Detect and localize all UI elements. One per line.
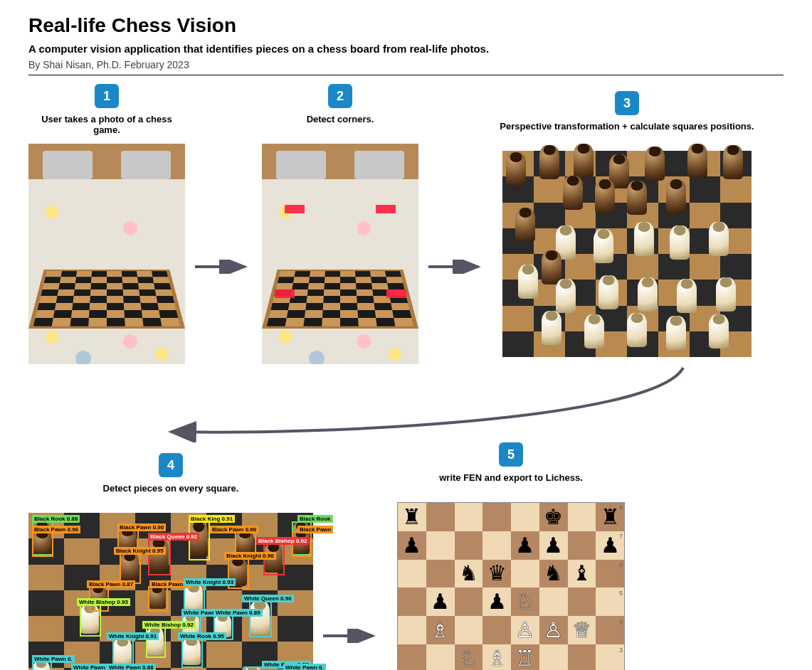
detection-label: Black Pawn 0.90 bbox=[117, 523, 166, 531]
detection-label: Black Pawn bbox=[297, 526, 333, 533]
step-2-caption: Detect corners. bbox=[307, 114, 374, 139]
chess-piece-bb: ♝ bbox=[568, 560, 596, 588]
page-subtitle: A computer vision application that ident… bbox=[28, 43, 784, 55]
step-3-caption: Perspective transformation + calculate s… bbox=[500, 121, 754, 147]
arrow-1-2 bbox=[195, 260, 252, 274]
rank-label: 7 bbox=[619, 533, 623, 540]
step-4-caption: Detect pieces on every square. bbox=[103, 483, 239, 509]
steps-row-1: 1 User takes a photo of a chess game. 2 … bbox=[28, 84, 784, 364]
detection-label: Black Queen 0.92 bbox=[148, 533, 199, 541]
detection-label: Black Rook bbox=[297, 515, 333, 523]
detection-label: Black Rook 0.88 bbox=[32, 515, 80, 523]
arrow-4-5 bbox=[323, 629, 380, 643]
arrow-3-4 bbox=[28, 364, 784, 442]
chess-piece-bn: ♞ bbox=[539, 560, 568, 588]
step-2-image bbox=[262, 144, 418, 364]
step-2-badge: 2 bbox=[328, 84, 352, 108]
detection-label: White Queen 0.96 bbox=[242, 595, 294, 602]
step-2: 2 Detect corners. bbox=[262, 84, 418, 364]
step-5-badge: 5 bbox=[499, 442, 523, 467]
rank-label: 8 bbox=[619, 504, 623, 511]
chess-piece-wp: ♙ bbox=[539, 616, 568, 644]
chess-piece-bp: ♟ bbox=[426, 587, 455, 616]
steps-row-2: 4 Detect pieces on every square. Black R… bbox=[28, 442, 784, 670]
detection-label: Black Pawn 0.90 bbox=[210, 526, 258, 533]
step-1-caption: User takes a photo of a chess game. bbox=[28, 114, 185, 139]
chess-piece-bp: ♟ bbox=[511, 531, 539, 560]
rank-label: 4 bbox=[619, 618, 623, 625]
step-3: 3 Perspective transformation + calculate… bbox=[495, 91, 759, 357]
detection-label: White Pawn 0. bbox=[32, 655, 75, 663]
detection-label: White Knight 0.91 bbox=[107, 632, 159, 640]
chess-piece-bp: ♟ bbox=[398, 531, 426, 560]
detection-label: White Pawn 0.89 bbox=[213, 609, 263, 617]
detection-label: White Bishop 0.92 bbox=[142, 621, 196, 629]
detection-label: Black Knight 0.95 bbox=[114, 547, 166, 555]
detection-label: Black Pawn 0.87 bbox=[87, 580, 135, 588]
step-3-badge: 3 bbox=[615, 91, 639, 115]
chess-piece-bq: ♛ bbox=[483, 560, 511, 588]
detection-label: White Rook 0.95 bbox=[178, 632, 226, 640]
detection-label: White Bishop 0.93 bbox=[77, 598, 130, 606]
chess-piece-br: ♜ bbox=[398, 503, 426, 531]
chess-piece-wr: ♖ bbox=[511, 644, 539, 670]
rank-label: 6 bbox=[619, 561, 623, 568]
detection-label: White Pawn 0.88 bbox=[107, 664, 156, 670]
detection-label: White Knight 0.93 bbox=[184, 578, 236, 586]
step-4-image: Black Rook 0.88Black Pawn 0.96Black Pawn… bbox=[28, 513, 313, 670]
step-4: 4 Detect pieces on every square. Black R… bbox=[28, 453, 313, 670]
step-3-image bbox=[502, 151, 752, 357]
detection-label: Black Pawn 0.96 bbox=[32, 526, 80, 533]
chess-piece-bp: ♟ bbox=[483, 587, 511, 616]
step-1-image bbox=[28, 144, 185, 364]
step-4-badge: 4 bbox=[159, 453, 183, 477]
chess-piece-bp: ♟ bbox=[539, 531, 568, 560]
step-1-badge: 1 bbox=[95, 84, 119, 108]
page-title: Real-life Chess Vision bbox=[28, 14, 784, 37]
author-line: By Shai Nisan, Ph.D. February 2023 bbox=[28, 59, 784, 70]
rank-label: 3 bbox=[619, 647, 623, 654]
chess-piece-wb: ♗ bbox=[483, 644, 511, 670]
step-5: 5 write FEN and export to Lichess. ♜♚♜♟♟… bbox=[390, 442, 632, 670]
chess-piece-wq: ♕ bbox=[568, 616, 596, 644]
detection-label: Black Knight 0.90 bbox=[224, 552, 276, 560]
chess-piece-wp: ♙ bbox=[511, 616, 539, 644]
step-1: 1 User takes a photo of a chess game. bbox=[28, 84, 185, 364]
chess-piece-wn: ♘ bbox=[455, 644, 483, 670]
chess-piece-wn: ♘ bbox=[511, 587, 539, 616]
chess-piece-bn: ♞ bbox=[455, 560, 483, 588]
chess-piece-bk: ♚ bbox=[539, 503, 568, 531]
detection-label: Black King 0.91 bbox=[189, 515, 235, 523]
arrow-2-3 bbox=[428, 260, 485, 274]
chess-piece-wb: ♗ bbox=[426, 616, 455, 644]
rank-label: 5 bbox=[619, 590, 623, 597]
step-5-caption: write FEN and export to Lichess. bbox=[439, 472, 583, 498]
step-5-image: ♜♚♜♟♟♟♟♞♛♞♝♟♟♘♗♙♙♕♘♗♖♙♙♙♙♙♙♖♔87654321abc… bbox=[397, 502, 625, 670]
detection-label: Black Bishop 0.92 bbox=[256, 537, 309, 545]
header-divider bbox=[28, 75, 784, 75]
